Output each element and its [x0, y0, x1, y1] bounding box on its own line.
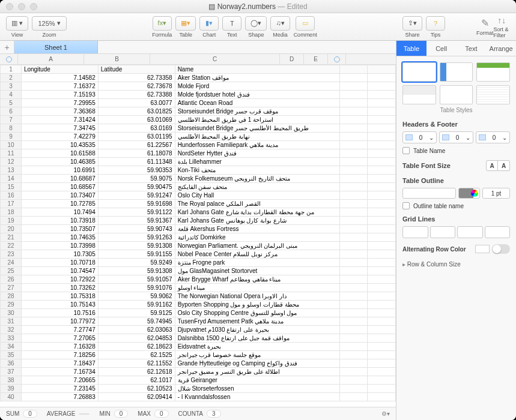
row-header[interactable]: 4 — [1, 91, 22, 99]
row-header[interactable]: 19 — [1, 217, 22, 225]
table-row[interactable]: 2010.7350759.90743قلعة Akershus Fortress — [1, 225, 396, 233]
row-header[interactable]: 13 — [1, 166, 22, 175]
table-row[interactable]: 2410.7071859.9249منتزة Frogne park — [1, 259, 396, 267]
table-row[interactable]: 47.1519362.73388Molde fjordstuer hotel ف… — [1, 91, 396, 99]
table-row[interactable]: 337.2706562.04853Dalsnibba مواقف قمة جبل… — [1, 334, 396, 343]
row-header[interactable]: 39 — [1, 385, 22, 393]
outline-name-checkbox[interactable] — [402, 202, 410, 209]
tips-button[interactable]: ? — [426, 16, 445, 31]
row-header[interactable]: 28 — [1, 292, 22, 301]
table-button[interactable]: ▦▾ — [175, 16, 196, 31]
row-header[interactable]: 35 — [1, 351, 22, 359]
outline-style-select[interactable] — [402, 188, 456, 199]
format-icon[interactable]: ✎ — [481, 17, 489, 29]
row-header[interactable]: 3 — [1, 82, 22, 91]
table-row[interactable]: 1110.6158861.18078NordSeter Hytter فندق — [1, 149, 396, 158]
row-header[interactable]: 2 — [1, 74, 22, 82]
table-row[interactable]: 397.2314562.10523شلال Storseterfossen — [1, 385, 396, 393]
row-header[interactable]: 24 — [1, 259, 22, 267]
outline-width-stepper[interactable]: 1 pt — [482, 188, 510, 199]
row-header[interactable]: 18 — [1, 208, 22, 217]
row-header[interactable]: 21 — [1, 233, 22, 242]
footer-rows-stepper[interactable]: 0⌄ — [476, 131, 510, 143]
select-all-corner[interactable] — [0, 54, 18, 64]
row-header[interactable]: 14 — [1, 175, 22, 183]
table-row[interactable]: 3010.751659.9125Oslo City Shopping Centr… — [1, 309, 396, 317]
row-header[interactable]: 11 — [1, 149, 22, 158]
comment-button[interactable]: ▭ — [296, 16, 315, 31]
table-row[interactable]: 27.1458262.73358Aker Station مواقف — [1, 74, 396, 82]
outline-color-well[interactable] — [458, 188, 480, 199]
row-header[interactable]: 15 — [1, 183, 22, 191]
table-row[interactable]: 2610.7292259.91057Aker Brygge Wharf مينا… — [1, 275, 396, 284]
table-row[interactable]: 2510.7454759.91308مول GlasMagasinet Stor… — [1, 267, 396, 275]
row-header[interactable]: 26 — [1, 275, 22, 284]
col-D[interactable]: D — [280, 54, 304, 64]
row-header[interactable]: 25 — [1, 267, 22, 275]
grid-v-button[interactable] — [430, 226, 456, 238]
row-header[interactable]: 22 — [1, 242, 22, 250]
add-col-handle[interactable] — [328, 54, 346, 64]
row-header[interactable]: 9 — [1, 133, 22, 141]
row-header[interactable]: 31 — [1, 317, 22, 326]
table-row[interactable]: 87.3474563.0169Storseisundet Bridge طريق… — [1, 124, 396, 133]
table-row[interactable]: 97.4227963.01195نهاية طريق المحيط الأطلس… — [1, 133, 396, 141]
table-style-6[interactable] — [476, 85, 510, 104]
row-header[interactable]: 10 — [1, 141, 22, 149]
row-header[interactable]: 36 — [1, 359, 22, 368]
row-header[interactable]: 8 — [1, 124, 22, 133]
row-header[interactable]: 17 — [1, 200, 22, 208]
row-header[interactable]: 5 — [1, 99, 22, 107]
table-row[interactable]: 357.1825662.1525موقع جلسة خصوصا قرب جيرا… — [1, 351, 396, 359]
col-B[interactable]: B — [84, 54, 150, 64]
table-row[interactable]: 67.3636863.01825Storseisundet Bridge موق… — [1, 107, 396, 116]
table-row[interactable]: 387.2066562.1017قرية Geiranger — [1, 376, 396, 385]
gear-icon[interactable]: ⚙︎▾ — [381, 410, 390, 417]
table-row[interactable]: 77.3142463.01069استراحة 1 في طريق المحيط… — [1, 116, 396, 124]
table-row[interactable]: 3110.7797259.74945TusenFryd Amusement Pa… — [1, 317, 396, 326]
table-row[interactable]: 1410.6868759.9075Norsk Folkemuseum متحف … — [1, 175, 396, 183]
table-row[interactable]: 2110.7463559.91263كاتدرائية Domkirke — [1, 233, 396, 242]
col-C[interactable]: C — [150, 54, 280, 64]
arc-toggle[interactable] — [492, 244, 510, 254]
table-style-4[interactable] — [402, 85, 436, 104]
col-E[interactable]: E — [304, 54, 328, 64]
fontsize-dec-button[interactable]: A — [486, 160, 498, 171]
table-row[interactable]: 347.1632862.18623Eidsvatnet بحيرة — [1, 343, 396, 351]
sortfilter-icon[interactable]: ↑↓ — [497, 16, 506, 25]
table-row[interactable]: 2710.7326259.91076ميناء اوسلو — [1, 284, 396, 292]
table-row[interactable]: 1910.7391859.91367Karl Johans Gate شارع … — [1, 217, 396, 225]
table-row[interactable]: 1210.4638561.11348بلدة Lillehammer — [1, 158, 396, 166]
table-row[interactable]: 2910.7514359.91162Byporten Shopping محطة… — [1, 301, 396, 309]
row-header[interactable]: 27 — [1, 284, 22, 292]
row-header[interactable]: 29 — [1, 301, 22, 309]
media-button[interactable]: ♫▾ — [270, 16, 290, 31]
table-name-checkbox[interactable] — [402, 147, 410, 154]
table-row[interactable]: 1810.749459.91122Karl Johans Gate من جهة… — [1, 208, 396, 217]
zoom-select[interactable]: 125%▾ — [32, 16, 67, 31]
row-header[interactable]: 38 — [1, 376, 22, 385]
insp-tab-table[interactable]: Table — [396, 41, 426, 56]
table-row[interactable]: 57.2995563.0077Atlantic Ocean Road — [1, 99, 396, 107]
header-rows-stepper[interactable]: 0⌄ — [402, 131, 437, 143]
row-col-size-disclosure[interactable]: Row & Column Size — [402, 261, 510, 268]
chart-button[interactable]: ▮▾ — [199, 16, 219, 31]
table-style-5[interactable] — [440, 85, 473, 104]
grid-header-v-button[interactable] — [485, 226, 511, 238]
table-row[interactable]: 2310.730559.91155Nobel Peace Center مركز… — [1, 250, 396, 259]
spreadsheet-grid[interactable]: 1 Longitude Latitude Name 27.1458262.733… — [0, 65, 396, 407]
table-row[interactable]: 37.1637262.73678Molde Fjord — [1, 82, 396, 91]
table-row[interactable]: 367.1843762.11552Grande Hytteutleige og … — [1, 359, 396, 368]
row-header[interactable]: 20 — [1, 225, 22, 233]
table-style-1[interactable] — [402, 62, 436, 82]
text-button[interactable]: T — [222, 16, 241, 31]
table-row[interactable]: 1010.4353561.22567Hunderfossen Familiepa… — [1, 141, 396, 149]
row-header[interactable]: 16 — [1, 191, 22, 200]
add-sheet-button[interactable]: + — [0, 41, 14, 53]
table-row[interactable]: 377.1673462.12618اطلالة على طريق النسر و… — [1, 368, 396, 376]
row-header[interactable]: 23 — [1, 250, 22, 259]
arc-color-well[interactable] — [475, 245, 490, 253]
row-header[interactable]: 1 — [1, 65, 22, 74]
table-row[interactable]: 1310.699159.90353Kon-Tiki متحف — [1, 166, 396, 175]
table-row[interactable]: 327.2774762.03063Djupvatnet بحيرة على ار… — [1, 326, 396, 334]
